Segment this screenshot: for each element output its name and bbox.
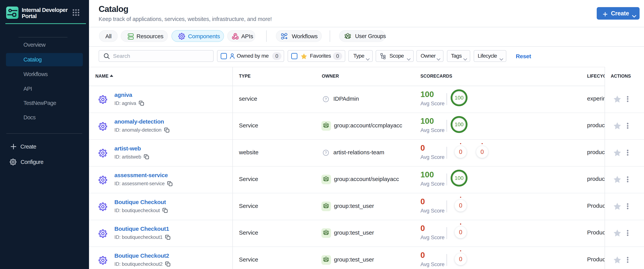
svg-text:?: ? bbox=[325, 151, 327, 155]
svg-text:?: ? bbox=[325, 97, 327, 101]
